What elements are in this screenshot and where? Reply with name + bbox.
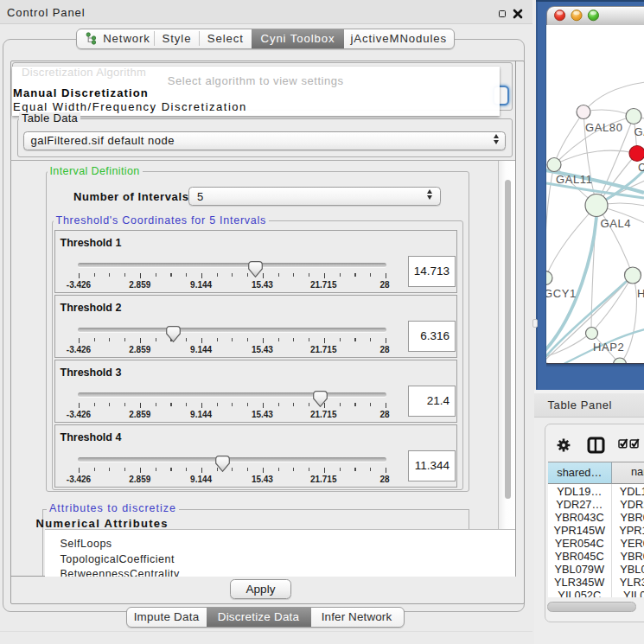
svg-text:C: C	[638, 161, 644, 174]
svg-text:H: H	[637, 287, 644, 300]
svg-text:GAL4: GAL4	[601, 217, 632, 230]
svg-text:HAP2: HAP2	[593, 341, 624, 354]
svg-text:GAL80: GAL80	[585, 121, 622, 134]
svg-text:GA: GA	[634, 125, 644, 138]
svg-text:GCY1: GCY1	[546, 287, 577, 300]
svg-text:GAL11: GAL11	[556, 173, 593, 186]
